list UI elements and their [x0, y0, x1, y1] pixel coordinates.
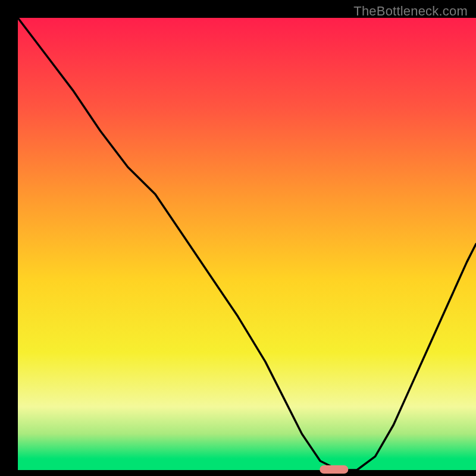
plot-background [18, 18, 476, 470]
watermark-text: TheBottleneck.com [353, 4, 468, 19]
optimal-point-marker [320, 465, 348, 474]
bottleneck-chart [0, 0, 476, 476]
